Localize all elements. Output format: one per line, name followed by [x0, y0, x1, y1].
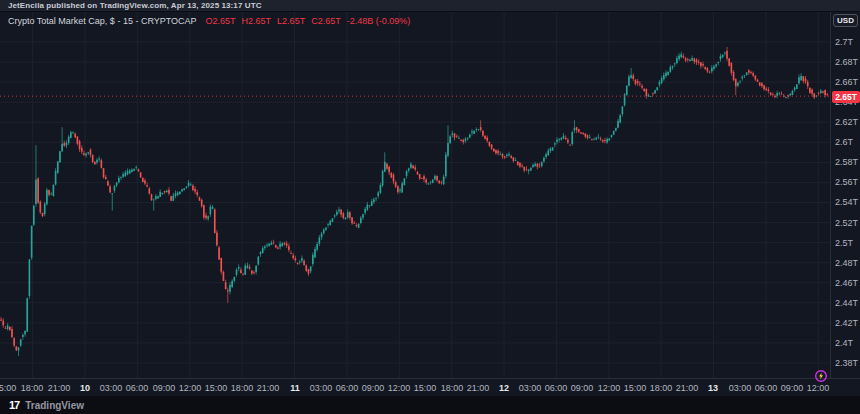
candle-body [268, 244, 270, 246]
candle-body [129, 170, 131, 173]
candle-body [417, 172, 419, 174]
candle-body [205, 215, 207, 218]
candle-body [203, 205, 205, 217]
candle-body [650, 96, 652, 97]
candle-body [465, 139, 467, 141]
price-axis-label: 2.7T [835, 37, 853, 47]
candle-body [447, 143, 449, 156]
candle-body [9, 327, 11, 330]
candle-body [563, 136, 565, 139]
candle-body [260, 252, 262, 254]
candle-body [323, 230, 325, 233]
candle-body [345, 218, 347, 219]
chart-pane[interactable]: Crypto Total Market Cap, $ - 15 - CRYPTO… [0, 12, 830, 378]
candle-body [428, 184, 430, 185]
candle-body [604, 140, 606, 141]
candle-body [406, 171, 408, 176]
change-value: -2.48B (-0.09%) [347, 16, 411, 26]
footer-bar: 17 TradingView [0, 396, 860, 414]
candle-body [552, 147, 554, 150]
candle-body [438, 181, 440, 184]
candle-body [798, 77, 800, 83]
candle-body [18, 347, 20, 350]
candle-body [452, 133, 454, 135]
candle-body [735, 79, 737, 86]
candle-body [582, 133, 584, 134]
tradingview-logo-icon[interactable]: 17 [9, 396, 19, 414]
candle-body [685, 58, 687, 60]
candle-body [61, 144, 63, 151]
price-axis-label: 2.54T [835, 197, 858, 207]
candle-body [750, 72, 752, 73]
candle-body [362, 214, 364, 217]
candle-body [628, 77, 630, 86]
candle-body [661, 78, 663, 83]
time-axis-label: 21:00 [676, 379, 699, 396]
time-axis-label: 18:00 [650, 379, 673, 396]
candlestick-chart[interactable] [0, 12, 830, 378]
candle-body [312, 255, 314, 264]
candle-body [676, 58, 678, 63]
candle-body [550, 149, 552, 151]
candle-body [765, 89, 767, 90]
candle-body [77, 137, 79, 144]
candle-body [332, 218, 334, 222]
candle-body [489, 142, 491, 146]
candle-body [720, 56, 722, 59]
candle-body [384, 162, 386, 172]
candle-body [473, 131, 475, 134]
candle-body [715, 64, 717, 66]
candle-body [258, 257, 260, 265]
time-axis-label: 18:00 [441, 379, 464, 396]
candle-body [574, 128, 576, 130]
candle-body [142, 178, 144, 182]
candle-body [68, 137, 70, 143]
candle-body [262, 248, 264, 253]
time-axis[interactable]: 15:0018:0021:001003:0006:0009:0012:0015:… [0, 378, 860, 396]
candle-body [57, 162, 59, 173]
tradingview-brand-link[interactable]: TradingView [25, 400, 84, 411]
candle-body [467, 138, 469, 139]
candle-body [449, 136, 451, 143]
candle-body [421, 178, 423, 179]
price-axis[interactable]: USD 2.7T2.68T2.66T2.64T2.62T2.6T2.58T2.5… [830, 12, 860, 378]
time-axis-label: 12:00 [179, 379, 202, 396]
candle-body [50, 194, 52, 195]
candle-body [656, 87, 658, 90]
candle-body [214, 209, 216, 233]
price-axis-label: 2.56T [835, 177, 858, 187]
candle-body [811, 90, 813, 94]
candle-body [543, 158, 545, 162]
candle-body [491, 144, 493, 148]
candle-body [434, 176, 436, 179]
candle-body [504, 156, 506, 157]
candle-body [561, 138, 563, 140]
time-axis-day-label: 13 [708, 379, 718, 396]
boost-icon[interactable] [814, 369, 828, 383]
candle-body [726, 51, 728, 59]
candle-body [441, 183, 443, 184]
candle-body [493, 149, 495, 152]
candle-body [229, 285, 231, 292]
candle-body [654, 90, 656, 93]
time-axis-day-label: 10 [80, 379, 90, 396]
candle-body [683, 56, 685, 57]
candle-body [111, 193, 113, 194]
candle-body [541, 162, 543, 166]
time-axis-label: 09:00 [571, 379, 594, 396]
candle-body [109, 186, 111, 192]
candle-body [125, 173, 127, 177]
candle-body [0, 320, 2, 321]
symbol-title[interactable]: Crypto Total Market Cap, $ - 15 - CRYPTO… [8, 16, 197, 26]
currency-usd-button[interactable]: USD [833, 14, 858, 27]
time-axis-label: 15:00 [0, 379, 16, 396]
candle-body [105, 177, 107, 179]
candle-body [336, 212, 338, 215]
candle-body [569, 145, 571, 146]
candle-body [430, 182, 432, 183]
candle-body [698, 62, 700, 63]
candle-body [314, 249, 316, 257]
candle-body [144, 180, 146, 183]
candle-body [356, 225, 358, 226]
candle-body [611, 135, 613, 137]
